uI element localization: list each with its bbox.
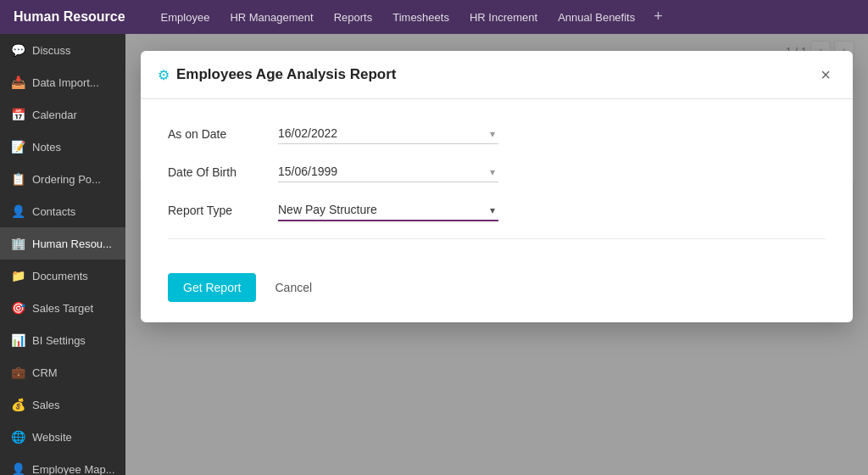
main-layout: 💬 Discuss 📥 Data Import... 📅 Calendar 📝 … xyxy=(0,34,868,475)
navbar-item-hr-management[interactable]: HR Management xyxy=(221,8,321,27)
discuss-icon: 💬 xyxy=(10,42,25,58)
ordering-po-icon: 📋 xyxy=(10,171,25,187)
sidebar-item-data-import[interactable]: 📥 Data Import... xyxy=(0,66,125,98)
form-row-date-of-birth: Date Of Birth ▾ xyxy=(168,161,826,182)
date-of-birth-input[interactable] xyxy=(278,161,498,182)
modal-title: Employees Age Analysis Report xyxy=(176,66,397,83)
sidebar-label-notes: Notes xyxy=(32,141,61,154)
date-of-birth-input-wrap: ▾ xyxy=(278,161,498,182)
navbar-items: Employee HR Management Reports Timesheet… xyxy=(153,8,854,27)
human-resource-icon: 🏢 xyxy=(10,236,25,251)
navbar-item-reports[interactable]: Reports xyxy=(326,8,381,27)
as-on-date-input[interactable] xyxy=(278,123,498,144)
sidebar-item-documents[interactable]: 📁 Documents xyxy=(0,260,125,292)
crm-icon: 💼 xyxy=(10,365,25,380)
cancel-button[interactable]: Cancel xyxy=(266,273,320,302)
navbar-item-annual-benefits[interactable]: Annual Benefits xyxy=(549,8,643,27)
content-area: 1 / 1 ‹ › TOTAL 3.50 1,600.00 0 9,520.00… xyxy=(125,34,868,475)
sidebar-label-documents: Documents xyxy=(32,270,88,282)
sales-target-icon: 🎯 xyxy=(10,300,25,316)
modal-employees-age-analysis: ⚙ Employees Age Analysis Report × As on … xyxy=(141,51,853,322)
sidebar-item-ordering-po[interactable]: 📋 Ordering Po... xyxy=(0,163,125,195)
sidebar-item-notes[interactable]: 📝 Notes xyxy=(0,131,125,163)
sidebar-label-calendar: Calendar xyxy=(32,109,77,121)
report-type-label: Report Type xyxy=(168,204,278,217)
sidebar-label-discuss: Discuss xyxy=(32,44,71,57)
as-on-date-input-wrap: ▾ xyxy=(278,123,498,144)
sidebar-label-bi-settings: BI Settings xyxy=(32,334,86,347)
modal-title-row: ⚙ Employees Age Analysis Report xyxy=(158,66,397,83)
bi-settings-icon: 📊 xyxy=(10,332,25,348)
sidebar-label-sales: Sales xyxy=(32,399,60,411)
navbar-item-hr-increment[interactable]: HR Increment xyxy=(461,8,546,27)
sidebar: 💬 Discuss 📥 Data Import... 📅 Calendar 📝 … xyxy=(0,34,125,475)
modal-divider xyxy=(168,238,826,239)
documents-icon: 📁 xyxy=(10,268,25,283)
notes-icon: 📝 xyxy=(10,139,25,154)
sidebar-item-website[interactable]: 🌐 Website xyxy=(0,421,125,453)
navbar: Human Resource Employee HR Management Re… xyxy=(0,0,868,34)
sidebar-item-human-resource[interactable]: 🏢 Human Resou... xyxy=(0,227,125,260)
data-import-icon: 📥 xyxy=(10,75,25,90)
report-type-select-wrap: New Pay Structure Old Pay Structure ▾ xyxy=(278,199,498,221)
sidebar-label-website: Website xyxy=(32,431,72,444)
website-icon: 🌐 xyxy=(10,429,25,444)
sidebar-label-human-resource: Human Resou... xyxy=(32,238,112,250)
sidebar-label-crm: CRM xyxy=(32,366,58,379)
form-row-as-on-date: As on Date ▾ xyxy=(168,123,826,144)
sidebar-item-calendar[interactable]: 📅 Calendar xyxy=(0,98,125,131)
modal-backdrop: ⚙ Employees Age Analysis Report × As on … xyxy=(125,34,868,475)
sidebar-label-sales-target: Sales Target xyxy=(32,302,93,315)
modal-body: As on Date ▾ Date Of Birth ▾ xyxy=(141,99,853,273)
sidebar-label-data-import: Data Import... xyxy=(32,76,99,89)
sidebar-label-ordering-po: Ordering Po... xyxy=(32,173,101,186)
sidebar-item-sales-target[interactable]: 🎯 Sales Target xyxy=(0,292,125,324)
sidebar-label-contacts: Contacts xyxy=(32,205,75,218)
sidebar-item-employee-map[interactable]: 👤 Employee Map... xyxy=(0,453,125,475)
as-on-date-label: As on Date xyxy=(168,127,278,141)
form-row-report-type: Report Type New Pay Structure Old Pay St… xyxy=(168,199,826,221)
sidebar-item-crm[interactable]: 💼 CRM xyxy=(0,356,125,388)
modal-header: ⚙ Employees Age Analysis Report × xyxy=(141,51,853,99)
contacts-icon: 👤 xyxy=(10,204,25,219)
employee-map-icon: 👤 xyxy=(10,461,25,475)
sidebar-item-bi-settings[interactable]: 📊 BI Settings xyxy=(0,324,125,356)
navbar-add-menu-button[interactable]: + xyxy=(647,8,670,27)
navbar-item-employee[interactable]: Employee xyxy=(153,8,219,27)
gear-icon: ⚙ xyxy=(158,67,170,83)
sidebar-item-contacts[interactable]: 👤 Contacts xyxy=(0,195,125,227)
date-of-birth-label: Date Of Birth xyxy=(168,165,278,179)
modal-footer: Get Report Cancel xyxy=(141,273,853,322)
app-brand[interactable]: Human Resource xyxy=(14,9,125,25)
sidebar-item-sales[interactable]: 💰 Sales xyxy=(0,388,125,421)
report-type-select[interactable]: New Pay Structure Old Pay Structure xyxy=(278,199,498,221)
navbar-item-timesheets[interactable]: Timesheets xyxy=(384,8,458,27)
calendar-icon: 📅 xyxy=(10,107,25,122)
sales-icon: 💰 xyxy=(10,397,25,412)
sidebar-label-employee-map: Employee Map... xyxy=(32,463,115,476)
sidebar-item-discuss[interactable]: 💬 Discuss xyxy=(0,34,125,66)
close-button[interactable]: × xyxy=(815,64,836,85)
get-report-button[interactable]: Get Report xyxy=(168,273,256,302)
